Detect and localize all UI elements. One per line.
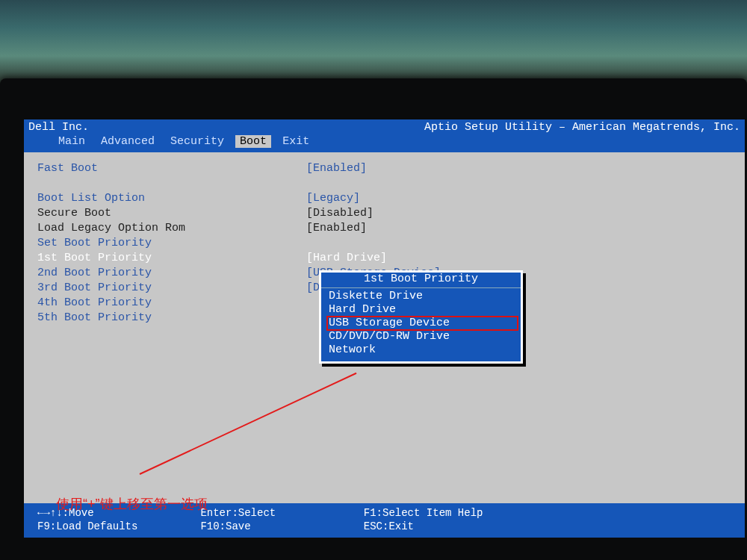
hint-esc: ESC:Exit (364, 520, 521, 533)
boot-priority-5-label[interactable]: 5th Boot Priority (37, 311, 306, 326)
tab-main[interactable]: Main (54, 135, 90, 148)
hint-f1: F1:Select Item Help (364, 506, 521, 520)
tab-advanced[interactable]: Advanced (96, 135, 159, 148)
popup-item-network[interactable]: Network (327, 343, 518, 357)
boot-priority-popup[interactable]: 1st Boot Priority Diskette Drive Hard Dr… (319, 270, 523, 364)
tab-exit[interactable]: Exit (278, 135, 314, 148)
vendor-label: Dell Inc. (28, 121, 89, 134)
load-legacy-rom-label: Load Legacy Option Rom (37, 221, 306, 236)
hint-enter: Enter:Select (200, 506, 357, 520)
popup-item-usb-storage[interactable]: USB Storage Device (327, 317, 518, 330)
hint-f10: F10:Save (200, 520, 357, 533)
annotation-text: 使用“+”键上移至第一选项 (56, 495, 208, 513)
boot-priority-1-label[interactable]: 1st Boot Priority (37, 251, 306, 266)
boot-list-option-value[interactable]: [Legacy] (306, 191, 360, 206)
load-legacy-rom-value[interactable]: [Enabled] (306, 221, 367, 236)
boot-panel: Fast Boot[Enabled] Boot List Option[Lega… (24, 152, 745, 490)
tab-security[interactable]: Security (166, 135, 229, 148)
fast-boot-value[interactable]: [Enabled] (306, 161, 367, 176)
popup-item-cd-dvd[interactable]: CD/DVD/CD-RW Drive (327, 330, 518, 343)
utility-label: Aptio Setup Utility – American Megatrend… (424, 121, 740, 134)
popup-item-hard-drive[interactable]: Hard Drive (327, 303, 518, 317)
boot-priority-4-label[interactable]: 4th Boot Priority (37, 296, 306, 311)
set-boot-priority-label[interactable]: Set Boot Priority (37, 236, 306, 251)
hint-f9: F9:Load Defaults (37, 520, 194, 533)
boot-priority-1-value[interactable]: [Hard Drive] (306, 251, 387, 266)
bios-menubar: Main Advanced Security Boot Exit (24, 134, 745, 152)
fast-boot-label: Fast Boot (37, 161, 306, 176)
tab-boot[interactable]: Boot (235, 135, 271, 148)
boot-priority-3-label[interactable]: 3rd Boot Priority (37, 281, 306, 296)
popup-title: 1st Boot Priority (321, 273, 521, 288)
secure-boot-value[interactable]: [Disabled] (306, 206, 374, 221)
boot-list-option-label: Boot List Option (37, 191, 306, 206)
secure-boot-label: Secure Boot (37, 206, 306, 221)
popup-item-diskette[interactable]: Diskette Drive (327, 290, 518, 303)
annotation-arrow (140, 373, 357, 475)
boot-priority-2-label[interactable]: 2nd Boot Priority (37, 266, 306, 281)
